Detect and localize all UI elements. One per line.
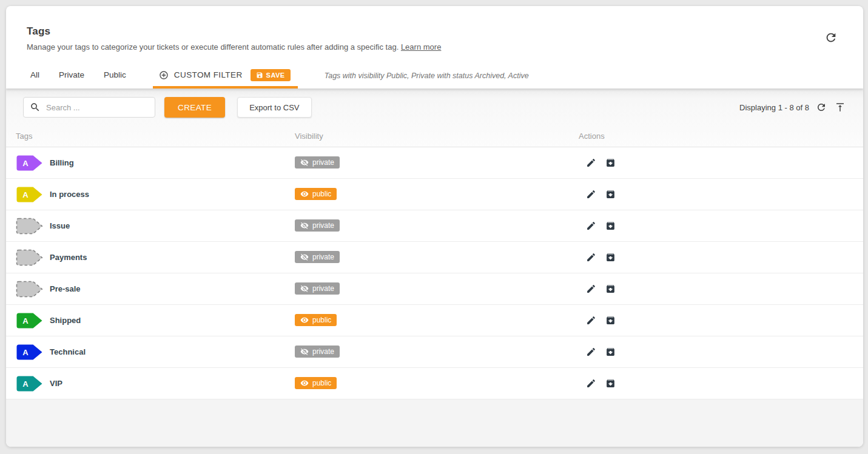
- actions-cell: [579, 189, 863, 200]
- archive-tag-button[interactable]: [605, 189, 617, 200]
- archive-tag-button[interactable]: [605, 220, 617, 232]
- tabs-bar: All Private Public CUSTOM FILTER SAVE Ta…: [6, 66, 863, 88]
- card-footer-filler: [6, 399, 863, 447]
- search-input[interactable]: [46, 103, 155, 112]
- pencil-icon: [586, 252, 596, 262]
- tag-name: Billing: [50, 158, 74, 167]
- archive-tag-button[interactable]: [605, 252, 617, 263]
- tab-public[interactable]: Public: [103, 66, 127, 88]
- svg-text:A: A: [22, 379, 29, 388]
- eye-off-icon: [300, 158, 309, 167]
- save-filter-button[interactable]: SAVE: [251, 69, 291, 81]
- svg-text:A: A: [22, 158, 29, 167]
- tag-chip: A: [16, 186, 44, 203]
- tag-chip: [16, 218, 44, 235]
- visibility-badge-label: private: [312, 347, 334, 356]
- visibility-badge-label: private: [312, 158, 334, 167]
- edit-tag-button[interactable]: [586, 283, 597, 295]
- tag-cell: Payments: [16, 249, 295, 266]
- archive-icon: [605, 158, 616, 168]
- tag-cell: A Billing: [16, 155, 295, 172]
- page-description: Manage your tags to categorize your tick…: [27, 42, 840, 52]
- eye-off-icon: [300, 221, 309, 230]
- visibility-badge: public: [295, 314, 337, 326]
- pencil-icon: [586, 189, 596, 199]
- table-row: A VIP public: [6, 368, 863, 399]
- visibility-badge-label: public: [312, 316, 331, 324]
- visibility-badge-label: private: [312, 221, 334, 230]
- create-tag-button[interactable]: CREATE: [164, 97, 225, 118]
- refresh-icon: [816, 102, 827, 113]
- actions-cell: [579, 220, 863, 232]
- column-header-visibility: Visibility: [295, 132, 579, 141]
- tab-custom-filter[interactable]: CUSTOM FILTER SAVE: [153, 66, 298, 88]
- table-row: Issue private: [6, 210, 863, 242]
- archive-tag-button[interactable]: [605, 346, 617, 358]
- toolbar-right: Displaying 1 - 8 of 8: [739, 101, 847, 113]
- refresh-list-button[interactable]: [816, 101, 828, 113]
- edit-tag-button[interactable]: [586, 220, 597, 232]
- circle-plus-icon: [159, 70, 169, 80]
- table-row: A Billing private: [6, 147, 863, 179]
- table-row: A In process public: [6, 179, 863, 210]
- archive-tag-button[interactable]: [605, 315, 617, 326]
- archive-icon: [605, 221, 616, 231]
- pencil-icon: [586, 315, 596, 325]
- tab-private[interactable]: Private: [58, 66, 86, 88]
- scroll-to-top-button[interactable]: [835, 101, 847, 113]
- table-row: Payments private: [6, 242, 863, 273]
- visibility-cell: public: [295, 377, 579, 390]
- archive-tag-button[interactable]: [605, 157, 617, 169]
- refresh-page-button[interactable]: [824, 30, 839, 45]
- tag-chip: A: [16, 344, 44, 361]
- tag-cell: A VIP: [16, 375, 295, 392]
- archive-icon: [605, 189, 616, 199]
- edit-tag-button[interactable]: [586, 315, 597, 326]
- pencil-icon: [586, 221, 596, 231]
- visibility-cell: private: [295, 219, 579, 232]
- displaying-count: Displaying 1 - 8 of 8: [739, 103, 809, 112]
- actions-cell: [579, 378, 863, 389]
- pencil-icon: [586, 158, 596, 168]
- edit-tag-button[interactable]: [586, 157, 597, 169]
- tag-cell: A Technical: [16, 344, 295, 361]
- search-icon: [30, 102, 41, 113]
- table-row: A Shipped public: [6, 305, 863, 336]
- visibility-badge: private: [295, 156, 340, 169]
- list-controls-section: CREATE Export to CSV Displaying 1 - 8 of…: [6, 88, 863, 147]
- edit-tag-button[interactable]: [586, 378, 597, 389]
- eye-icon: [300, 379, 309, 387]
- search-box: [23, 97, 155, 118]
- svg-text:A: A: [22, 316, 29, 325]
- learn-more-link[interactable]: Learn more: [401, 42, 441, 52]
- actions-cell: [579, 315, 863, 326]
- svg-text:A: A: [22, 190, 29, 199]
- tab-all[interactable]: All: [29, 66, 41, 88]
- archive-tag-button[interactable]: [605, 378, 617, 389]
- edit-tag-button[interactable]: [586, 189, 597, 200]
- table-row: A Technical private: [6, 336, 863, 368]
- archive-tag-button[interactable]: [605, 283, 617, 295]
- tag-chip: A: [16, 312, 44, 329]
- pencil-icon: [586, 284, 596, 294]
- tag-name: Shipped: [50, 316, 81, 325]
- tag-name: Pre-sale: [50, 284, 81, 293]
- visibility-cell: public: [295, 188, 579, 201]
- eye-off-icon: [300, 284, 309, 293]
- tags-card: Tags Manage your tags to categorize your…: [6, 6, 863, 447]
- actions-cell: [579, 252, 863, 263]
- tag-cell: A In process: [16, 186, 295, 203]
- archive-icon: [605, 315, 616, 325]
- tag-name: VIP: [50, 379, 62, 388]
- page-description-text: Manage your tags to categorize your tick…: [27, 42, 399, 52]
- page-title: Tags: [27, 25, 840, 38]
- visibility-badge: private: [295, 219, 340, 232]
- export-csv-button[interactable]: Export to CSV: [237, 97, 311, 118]
- tag-name: Issue: [50, 221, 70, 230]
- eye-icon: [300, 190, 309, 198]
- eye-off-icon: [300, 347, 309, 356]
- edit-tag-button[interactable]: [586, 252, 597, 263]
- visibility-cell: private: [295, 156, 579, 169]
- visibility-badge: private: [295, 251, 340, 263]
- edit-tag-button[interactable]: [586, 346, 597, 358]
